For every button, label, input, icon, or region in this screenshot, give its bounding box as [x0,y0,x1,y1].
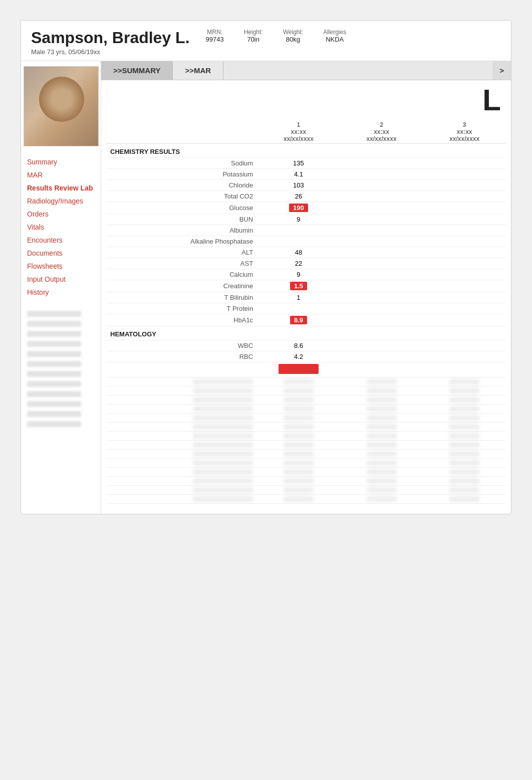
table-row: Glucose190 [106,202,506,214]
col3-value [423,180,506,191]
col3-value [423,236,506,247]
tab-summary[interactable]: >>SUMMARY [101,61,173,80]
col1-value [257,303,340,314]
header-meta: MRN: 99743 Height: 70in Weight: 80kg All… [206,29,347,43]
input-output-link[interactable]: Input Output [27,275,66,283]
col2-value [340,180,423,191]
mrn-value: 99743 [206,36,224,43]
col2-value [340,191,423,202]
summary-link[interactable]: Summary [27,158,57,166]
col2-date: xx/xx/xxxx [342,135,421,142]
letter-l: L [482,85,501,115]
sidebar-item-summary[interactable]: Summary [21,155,101,168]
col3-value [423,280,506,292]
row-label: Albumin [106,225,257,236]
sidebar-item-encounters[interactable]: Encounters [21,234,101,247]
row-label: Glucose [106,202,257,214]
tab-next[interactable]: > [492,61,511,80]
blurred-row [106,405,506,414]
col3-value [423,202,506,214]
col3-value [423,340,506,351]
row-label: Alkaline Phosphatase [106,236,257,247]
col-header-1: 1 xx:xx xx/xx/xxxx [257,120,340,144]
col2-value [340,292,423,303]
row-label: RBC [106,351,257,362]
patient-header: Sampson, Bradley L. MRN: 99743 Height: 7… [21,21,511,61]
col2-value [340,258,423,269]
col3-value [423,169,506,180]
blurred-row [106,477,506,486]
col2-value [340,225,423,236]
blurred-row [106,432,506,441]
nav-links: Summary MAR Results Review Lab Radiology… [21,151,101,303]
col1-value: 9 [257,214,340,225]
col2-value [340,340,423,351]
patient-demographics: Male 73 yrs, 05/06/19xx [31,48,501,56]
sidebar-item-vitals[interactable]: Vitals [21,221,101,234]
col1-value [257,225,340,236]
table-row: Alkaline Phosphatase [106,236,506,247]
table-row: WBC8.6 [106,340,506,351]
flowsheets-link[interactable]: Flowsheets [27,262,63,270]
table-row: Calcium9 [106,269,506,280]
col3-value [423,158,506,169]
col2-time: xx:xx [342,128,421,135]
col1-time: xx:xx [259,128,338,135]
col-header-3: 3 xx:xx xx/xx/xxxx [423,120,506,144]
results-section: 1 xx:xx xx/xx/xxxx 2 xx:xx xx/xx/xxxx 3 [101,120,511,514]
vitals-link[interactable]: Vitals [27,223,44,231]
row-label: HbA1c [106,314,257,326]
col1-value: 4.2 [257,351,340,362]
row-label: BUN [106,214,257,225]
tab-mar[interactable]: >>MAR [173,61,223,80]
col3-date: xx/xx/xxxx [425,135,504,142]
sidebar-item-radiology[interactable]: Radiology/Images [21,194,101,208]
col1-value: 9 [257,269,340,280]
sidebar-item-input-output[interactable]: Input Output [21,273,101,286]
blurred-row [106,468,506,477]
sidebar-item-orders[interactable]: Orders [21,208,101,221]
col2-value [340,280,423,292]
history-link[interactable]: History [27,288,49,296]
col2-value [340,303,423,314]
col3-num: 3 [425,121,504,128]
height-item: Height: 70in [244,29,263,43]
table-row: BUN9 [106,214,506,225]
results-review-lab-link[interactable]: Results Review Lab [27,184,93,192]
sidebar-blurred [21,303,101,435]
table-row: RBC4.2 [106,351,506,362]
weight-item: Weight: 80kg [283,29,303,43]
sidebar-item-results-review-lab[interactable]: Results Review Lab [21,181,101,194]
height-value: 70in [247,36,259,43]
orders-link[interactable]: Orders [27,210,49,218]
sidebar-item-mar[interactable]: MAR [21,168,101,181]
col2-num: 2 [342,121,421,128]
table-row: Chloride103 [106,180,506,191]
weight-value: 80kg [286,36,300,43]
main-container: Sampson, Bradley L. MRN: 99743 Height: 7… [21,20,511,514]
sidebar-item-flowsheets[interactable]: Flowsheets [21,260,101,273]
blurred-row [106,495,506,504]
allergies-value: NKDA [326,36,344,43]
row-label: T Bilirubin [106,292,257,303]
col1-value: 22 [257,258,340,269]
radiology-link[interactable]: Radiology/Images [27,197,83,205]
table-row: T Protein [106,303,506,314]
row-label: Total CO2 [106,191,257,202]
table-row: Sodium135 [106,158,506,169]
col1-value: 8.6 [257,340,340,351]
row-label [106,362,257,377]
col3-value [423,225,506,236]
encounters-link[interactable]: Encounters [27,236,63,244]
documents-link[interactable]: Documents [27,249,63,257]
row-label: Calcium [106,269,257,280]
col2-value [340,214,423,225]
results-table: 1 xx:xx xx/xx/xxxx 2 xx:xx xx/xx/xxxx 3 [106,120,506,504]
col-header-2: 2 xx:xx xx/xx/xxxx [340,120,423,144]
col1-date: xx/xx/xxxx [259,135,338,142]
letter-area: L [101,80,511,120]
sidebar-item-history[interactable]: History [21,286,101,299]
mar-link[interactable]: MAR [27,171,43,179]
sidebar-item-documents[interactable]: Documents [21,247,101,260]
col1-value: 1.5 [257,280,340,292]
